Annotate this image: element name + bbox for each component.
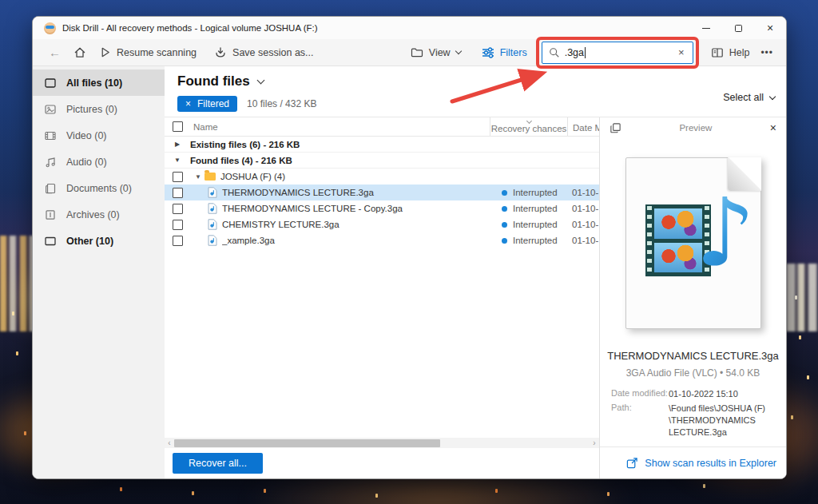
date-modified: 01-10- (567, 188, 599, 197)
expand-arrow-icon[interactable]: ▶ (165, 141, 190, 148)
column-name[interactable]: Name (190, 122, 490, 132)
search-input[interactable]: .3ga × (542, 42, 693, 64)
sidebar-item-audio[interactable]: Audio (0) (33, 149, 165, 175)
all-files-icon (44, 77, 57, 89)
clear-search-icon[interactable]: × (677, 46, 686, 58)
filters-button[interactable]: Filters (475, 42, 534, 64)
other-icon (44, 235, 57, 248)
pictures-icon (44, 103, 57, 116)
collapse-arrow-icon[interactable]: ▼ (195, 173, 201, 181)
popout-icon[interactable] (610, 122, 621, 134)
select-all-button[interactable]: Select all (723, 92, 775, 103)
search-value: .3ga (565, 47, 584, 58)
save-session-button[interactable]: Save session as... (208, 42, 320, 64)
toolbar-right: View Filters .3ga × H (404, 42, 778, 64)
group-row-existing-files[interactable]: ▶ Existing files (6) - 216 KB (165, 137, 599, 153)
home-button[interactable] (67, 42, 93, 64)
row-checkbox[interactable] (173, 204, 183, 214)
external-link-icon (626, 457, 638, 469)
select-all-checkbox[interactable] (173, 121, 183, 132)
file-name: THERMODYNAMICS LECTURE - Copy.3ga (222, 204, 490, 213)
resume-scanning-label: Resume scanning (117, 47, 197, 58)
close-preview-icon[interactable]: × (770, 121, 776, 134)
row-checkbox[interactable] (173, 188, 183, 198)
recovery-status: Interrupted (513, 188, 558, 197)
sidebar-item-archives[interactable]: Archives (0) (33, 201, 165, 228)
scroll-right-icon[interactable]: › (590, 438, 599, 448)
minimize-button[interactable] (690, 17, 722, 39)
resume-scanning-button[interactable]: Resume scanning (93, 42, 203, 64)
filtered-chip[interactable]: × Filtered (177, 96, 237, 112)
scrollbar-track[interactable] (174, 438, 590, 448)
show-in-explorer-label: Show scan results in Explorer (645, 458, 776, 469)
filters-label: Filters (500, 47, 527, 58)
music-note-icon: ♪ (695, 185, 755, 280)
table-row[interactable]: _xample.3ga Interrupted 01-10- (165, 232, 599, 248)
collapse-arrow-icon[interactable]: ▼ (165, 157, 190, 164)
back-button[interactable]: ← (42, 42, 67, 64)
recovery-status: Interrupted (513, 204, 558, 213)
preview-details: Date modified: 01-10-2022 15:10 Path: \F… (600, 379, 786, 440)
disk-drill-window: Disk Drill - All recovery methods - Logi… (32, 16, 787, 479)
home-icon (73, 46, 86, 59)
list-preview-split: Name Recovery chances Date M ▶ Existing … (165, 117, 786, 478)
documents-icon (44, 182, 57, 195)
date-modified-value: 01-10-2022 15:10 (669, 388, 738, 400)
status-dot-icon (502, 190, 507, 196)
sidebar-item-label: Audio (0) (66, 157, 107, 168)
table-row[interactable]: THERMODYNAMICS LECTURE.3ga Interrupted 0… (165, 185, 599, 200)
sidebar-item-label: Other (10) (66, 236, 113, 247)
column-date-modified[interactable]: Date M (567, 117, 599, 136)
scroll-left-icon[interactable]: ‹ (165, 438, 174, 448)
horizontal-scrollbar[interactable]: ‹ › (165, 438, 599, 448)
path-value: \Found files\JOSHUA (F)\THERMODYNAMICS L… (669, 403, 775, 439)
chevron-down-icon (455, 48, 461, 54)
chevron-down-icon (256, 77, 264, 85)
table-row[interactable]: THERMODYNAMICS LECTURE - Copy.3ga Interr… (165, 200, 599, 216)
save-session-label: Save session as... (232, 47, 313, 58)
close-button[interactable]: × (754, 17, 786, 39)
group-label: Existing files (6) - 216 KB (190, 140, 300, 149)
help-button[interactable]: Help (705, 42, 756, 64)
toolbar: ← Resume scanning Save session as... Vie… (33, 39, 786, 66)
sidebar-item-other[interactable]: Other (10) (33, 228, 165, 254)
sidebar-item-video[interactable]: Video (0) (33, 122, 165, 149)
section-title: Found files (177, 73, 250, 89)
help-label: Help (729, 47, 750, 58)
archives-icon (44, 208, 57, 221)
maximize-button[interactable] (722, 17, 754, 39)
sidebar-item-label: Video (0) (66, 130, 107, 141)
table-row[interactable]: CHEMISTRY LECTURE.3ga Interrupted 01-10- (165, 216, 599, 232)
more-options-button[interactable]: ••• (756, 47, 778, 58)
group-label: Found files (4) - 216 KB (190, 156, 292, 165)
window-title: Disk Drill - All recovery methods - Logi… (62, 23, 318, 33)
status-dot-icon (502, 238, 507, 244)
preview-file-name: THERMODYNAMICS LECTURE.3ga (601, 350, 785, 362)
path-label: Path: (611, 403, 669, 439)
status-dot-icon (502, 206, 507, 212)
folder-row-joshua[interactable]: ▼ JOSHUA (F) (4) (165, 169, 599, 185)
row-checkbox[interactable] (173, 220, 183, 230)
section-title-row[interactable]: Found files (177, 73, 773, 89)
group-row-found-files[interactable]: ▼ Found files (4) - 216 KB (165, 153, 599, 169)
remove-filter-icon[interactable]: × (185, 98, 191, 109)
sidebar-item-pictures[interactable]: Pictures (0) (33, 96, 165, 122)
preview-footer: Show scan results in Explorer (600, 446, 786, 478)
view-button[interactable]: View (404, 42, 467, 64)
scrollbar-thumb[interactable] (174, 439, 440, 447)
chevron-down-icon (769, 93, 776, 99)
row-checkbox[interactable] (173, 172, 183, 182)
sidebar-item-label: All files (10) (66, 77, 122, 89)
column-recovery-chances[interactable]: Recovery chances (490, 117, 567, 136)
sidebar-item-all-files[interactable]: All files (10) (33, 69, 165, 96)
search-area: .3ga × (542, 42, 693, 64)
sort-chevron-icon (526, 118, 531, 124)
media-file-icon (208, 219, 217, 230)
folder-icon (411, 46, 423, 59)
table-header: Name Recovery chances Date M (165, 117, 599, 137)
row-checkbox[interactable] (173, 236, 183, 246)
sidebar-item-documents[interactable]: Documents (0) (33, 175, 165, 201)
show-in-explorer-link[interactable]: Show scan results in Explorer (626, 457, 776, 469)
text-caret (585, 47, 586, 58)
recover-all-button[interactable]: Recover all... (173, 453, 263, 474)
